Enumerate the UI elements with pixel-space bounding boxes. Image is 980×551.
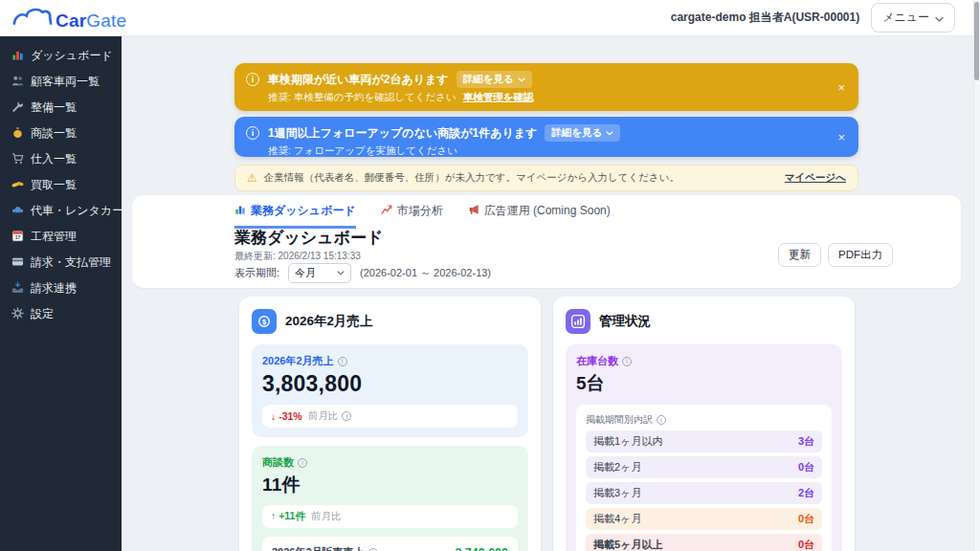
credit-card-icon bbox=[11, 255, 24, 271]
sales-value: 3,803,800 bbox=[262, 371, 518, 397]
sidebar-item-process-management[interactable]: 17 工程管理 bbox=[0, 224, 122, 250]
pdf-export-button[interactable]: PDF出力 bbox=[828, 243, 893, 267]
listing-breakdown-panel: 掲載期間別内訳 掲載1ヶ月以内 3台 掲載2ヶ月 0台 掲載3ヶ月 2台 掲載 bbox=[576, 405, 832, 551]
megaphone-icon bbox=[468, 204, 479, 218]
sales-revenue-row: 2026年2月販売売上 3,740,000 bbox=[272, 545, 508, 551]
wrench-icon bbox=[11, 100, 24, 116]
page-title: 業務ダッシュボード bbox=[234, 227, 383, 249]
users-icon bbox=[11, 75, 24, 90]
header-right: cargate-demo 担当者A(USR-00001) メニュー bbox=[671, 3, 955, 33]
bar-chart-icon bbox=[11, 49, 24, 64]
menu-button[interactable]: メニュー bbox=[871, 3, 955, 33]
card-title: 管理状況 bbox=[599, 313, 651, 330]
sidebar-item-customer-vehicles[interactable]: 顧客車両一覧 bbox=[0, 69, 122, 95]
sidebar-item-loaner-rental[interactable]: 代車・レンタカー管理 bbox=[0, 198, 122, 224]
sidebar-item-dashboard[interactable]: ダッシュボード bbox=[0, 43, 122, 69]
chevron-down-icon bbox=[606, 131, 613, 136]
app-window: CarGate cargate-demo 担当者A(USR-00001) メニュ… bbox=[0, 0, 980, 551]
sidebar-nav: ダッシュボード 顧客車両一覧 整備一覧 商談一覧 仕入一覧 買取一覧 代車・レン… bbox=[0, 36, 122, 551]
inventory-value: 5台 bbox=[576, 371, 832, 396]
sidebar-item-settings[interactable]: 設定 bbox=[0, 301, 122, 327]
sidebar-item-billing-payments[interactable]: 請求・支払管理 bbox=[0, 250, 122, 276]
cargate-logo: CarGate bbox=[11, 4, 126, 33]
chevron-down-icon bbox=[518, 77, 525, 82]
gear-icon bbox=[11, 307, 24, 322]
info-icon[interactable] bbox=[342, 411, 351, 421]
dashboard-header-panel: 業務ダッシュボード 市場分析 広告運用 (Coming Soon) 業務ダッシュ… bbox=[132, 195, 961, 288]
negotiation-delta-chip: +11件 前月比 bbox=[262, 505, 518, 528]
tab-market-analysis[interactable]: 市場分析 bbox=[381, 203, 443, 229]
sidebar-item-buyback[interactable]: 買取一覧 bbox=[0, 172, 122, 198]
notice-text: 企業情報（代表者名、郵便番号、住所）が未入力です。マイページから入力してください… bbox=[264, 171, 778, 185]
card-title: 2026年2月売上 bbox=[285, 313, 373, 330]
close-icon[interactable] bbox=[835, 80, 847, 95]
last-updated-label: 最終更新: 2026/2/13 15:13:33 bbox=[234, 250, 361, 263]
listing-row: 掲載4ヶ月 0台 bbox=[586, 508, 822, 530]
followup-alert-banner: 1週間以上フォローアップのない商談が1件あります 詳細を見る 推奨: フォローア… bbox=[234, 117, 858, 157]
cart-icon bbox=[11, 152, 24, 167]
sales-delta-chip: -31% 前月比 bbox=[262, 405, 518, 428]
tab-business-dashboard[interactable]: 業務ダッシュボード bbox=[234, 203, 356, 229]
sidebar-item-billing-link[interactable]: 請求連携 bbox=[0, 276, 122, 301]
handshake-icon bbox=[11, 178, 24, 193]
chevron-down-icon bbox=[337, 271, 345, 276]
warning-icon: ⚠ bbox=[247, 172, 257, 184]
bar-graph-icon bbox=[566, 309, 590, 334]
company-info-notice: ⚠ 企業情報（代表者名、郵便番号、住所）が未入力です。マイページから入力してくだ… bbox=[234, 165, 858, 191]
negotiation-count-metric: 商談数 11件 +11件 前月比 2026年2月販売売上 3,740,000 商… bbox=[252, 446, 528, 551]
alert-recommendation: 推奨: フォローアップを実施してください bbox=[268, 144, 827, 158]
user-account-label: cargate-demo 担当者A(USR-00001) bbox=[671, 10, 859, 26]
scrollbar-track[interactable] bbox=[973, 0, 980, 551]
sales-revenue-value: 3,740,000 bbox=[455, 546, 508, 551]
sidebar-item-maintenance[interactable]: 整備一覧 bbox=[0, 95, 122, 121]
sidebar-item-purchasing[interactable]: 仕入一覧 bbox=[0, 146, 122, 172]
listing-row: 掲載1ヶ月以内 3台 bbox=[586, 430, 822, 452]
info-icon[interactable] bbox=[657, 415, 666, 425]
listing-row: 掲載3ヶ月 2台 bbox=[586, 482, 822, 504]
bar-chart-icon bbox=[234, 204, 246, 218]
inspection-alert-banner: 車検期限が近い車両が2台あります 詳細を見る 推奨: 車検整備の予約を確認してく… bbox=[234, 63, 858, 111]
sidebar-item-negotiations[interactable]: 商談一覧 bbox=[0, 121, 122, 146]
car-icon bbox=[11, 204, 24, 219]
dollar-coin-icon: $ bbox=[252, 309, 277, 334]
info-icon[interactable] bbox=[338, 357, 347, 366]
svg-text:$: $ bbox=[262, 318, 267, 326]
dashboard-tabs: 業務ダッシュボード 市場分析 広告運用 (Coming Soon) bbox=[234, 203, 611, 229]
monthly-sales-metric: 2026年2月売上 3,803,800 -31% 前月比 bbox=[252, 344, 528, 437]
svg-text:17: 17 bbox=[15, 233, 21, 239]
main-content: 車検期限が近い車両が2台あります 詳細を見る 推奨: 車検整備の予約を確認してく… bbox=[122, 36, 973, 551]
info-icon bbox=[246, 126, 259, 140]
management-card: 管理状況 在庫台数 5台 掲載期間別内訳 掲載1ヶ月以内 3台 掲載2ヶ月 0台 bbox=[553, 297, 855, 551]
line-chart-icon bbox=[381, 204, 392, 218]
inspection-management-link[interactable]: 車検管理を確認 bbox=[463, 91, 534, 102]
negotiation-count-value: 11件 bbox=[262, 473, 518, 497]
inbox-icon bbox=[11, 281, 24, 297]
tab-ad-operations[interactable]: 広告運用 (Coming Soon) bbox=[468, 203, 611, 229]
period-range-label: (2026-02-01 ～ 2026-02-13) bbox=[360, 266, 491, 280]
close-icon[interactable] bbox=[835, 130, 847, 144]
top-header: CarGate cargate-demo 担当者A(USR-00001) メニュ… bbox=[0, 0, 980, 36]
panel-actions: 更新 PDF出力 bbox=[778, 243, 893, 267]
inventory-metric: 在庫台数 5台 掲載期間別内訳 掲載1ヶ月以内 3台 掲載2ヶ月 0台 掲載3ヶ… bbox=[566, 344, 842, 551]
money-bag-icon bbox=[11, 126, 24, 142]
alert-title: 車検期限が近い車両が2台あります bbox=[268, 72, 449, 88]
scrollbar-thumb[interactable] bbox=[974, 2, 979, 80]
refresh-button[interactable]: 更新 bbox=[778, 243, 821, 267]
calendar-icon: 17 bbox=[11, 230, 24, 245]
negotiation-breakdown-panel: 2026年2月販売売上 3,740,000 商談ステータス別 未商談 1件 商談… bbox=[262, 537, 518, 551]
listing-row: 掲載5ヶ月以上 0台 bbox=[586, 534, 822, 551]
info-icon bbox=[246, 73, 259, 86]
listing-row: 掲載2ヶ月 0台 bbox=[586, 456, 822, 478]
mypage-link[interactable]: マイページへ bbox=[785, 171, 846, 185]
alert-title: 1週間以上フォローアップのない商談が1件あります bbox=[268, 125, 537, 142]
chevron-down-icon bbox=[935, 11, 944, 25]
period-select[interactable]: 今月 bbox=[288, 263, 351, 283]
alert-details-button[interactable]: 詳細を見る bbox=[545, 124, 620, 142]
sales-card: $ 2026年2月売上 2026年2月売上 3,803,800 -31% 前月比… bbox=[239, 297, 541, 551]
info-icon[interactable] bbox=[368, 548, 378, 551]
info-icon[interactable] bbox=[622, 357, 632, 366]
alert-recommendation: 推奨: 車検整備の予約を確認してください 車検管理を確認 bbox=[268, 91, 827, 104]
alert-details-button[interactable]: 詳細を見る bbox=[457, 71, 532, 88]
car-swoosh-icon bbox=[11, 4, 54, 33]
info-icon[interactable] bbox=[298, 458, 307, 468]
